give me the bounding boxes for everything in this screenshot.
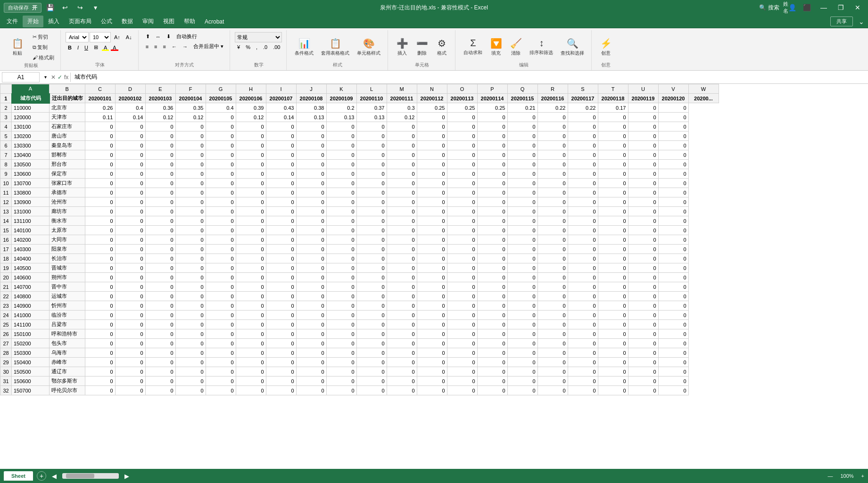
table-cell[interactable]: 0 — [447, 160, 477, 169]
table-cell[interactable]: 0 — [356, 197, 387, 207]
table-cell[interactable]: 0 — [115, 254, 145, 263]
table-cell[interactable]: 0 — [537, 301, 568, 311]
align-bottom-button[interactable]: ⬇ — [164, 33, 173, 41]
table-cell[interactable]: 0 — [326, 141, 356, 150]
table-cell[interactable]: 0 — [387, 188, 417, 197]
table-cell[interactable]: 0 — [447, 226, 477, 235]
table-cell[interactable]: 0 — [658, 273, 688, 282]
table-cell[interactable]: 0 — [447, 197, 477, 207]
zoom-in-button[interactable]: + — [861, 473, 864, 479]
table-cell[interactable]: 0 — [477, 358, 507, 367]
table-cell[interactable]: 0 — [326, 169, 356, 179]
table-cell[interactable]: 0 — [568, 282, 598, 292]
table-cell[interactable]: 0 — [628, 329, 658, 339]
table-cell[interactable]: 0.14 — [266, 113, 296, 122]
table-cell[interactable]: 0 — [568, 329, 598, 339]
table-cell[interactable]: 0 — [387, 226, 417, 235]
format-painter-button[interactable]: 🖌 格式刷 — [30, 53, 57, 62]
table-cell[interactable]: 0 — [145, 358, 175, 367]
font-size-select[interactable]: 10 — [90, 32, 111, 42]
table-cell[interactable]: 0 — [537, 254, 568, 263]
table-cell[interactable]: 0 — [507, 311, 537, 320]
table-cell[interactable]: 0 — [537, 160, 568, 169]
table-cell[interactable]: 0 — [507, 254, 537, 263]
table-cell[interactable]: 130300 — [12, 141, 50, 150]
table-cell[interactable]: 0 — [628, 179, 658, 188]
table-cell[interactable]: 0 — [115, 235, 145, 245]
table-cell[interactable]: 0 — [266, 263, 296, 273]
table-cell[interactable]: 141100 — [12, 320, 50, 329]
table-cell[interactable]: 0 — [236, 377, 266, 386]
table-cell[interactable]: 0 — [417, 131, 447, 141]
table-cell[interactable]: 0 — [537, 292, 568, 301]
table-cell[interactable]: 0 — [296, 367, 326, 377]
table-cell[interactable]: 0 — [387, 367, 417, 377]
table-cell[interactable]: 0 — [537, 273, 568, 282]
table-cell[interactable]: 0 — [537, 377, 568, 386]
table-cell[interactable]: 0 — [568, 263, 598, 273]
table-cell[interactable]: 0 — [326, 292, 356, 301]
table-cell[interactable]: 0 — [568, 348, 598, 358]
table-cell[interactable]: 0.4 — [206, 103, 236, 113]
table-cell[interactable]: 0 — [477, 169, 507, 179]
col-header-D[interactable]: D — [115, 84, 145, 94]
table-cell[interactable]: 0 — [387, 160, 417, 169]
table-cell[interactable]: 0 — [568, 235, 598, 245]
table-cell[interactable]: 0 — [356, 169, 387, 179]
table-cell[interactable]: 0 — [145, 348, 175, 358]
table-cell[interactable]: 邢台市 — [50, 160, 85, 169]
table-cell[interactable]: 0 — [145, 235, 175, 245]
table-cell[interactable]: 0 — [537, 245, 568, 254]
table-cell[interactable]: 0 — [145, 169, 175, 179]
table-cell[interactable]: 0 — [236, 339, 266, 348]
table-cell[interactable]: 0 — [296, 197, 326, 207]
table-cell[interactable]: 0 — [206, 226, 236, 235]
table-cell[interactable]: 140100 — [12, 226, 50, 235]
table-cell[interactable]: 0 — [417, 197, 447, 207]
table-cell[interactable]: 0 — [206, 282, 236, 292]
menu-home[interactable]: 开始 — [23, 16, 43, 27]
table-cell[interactable]: 0 — [296, 311, 326, 320]
wrap-text-button[interactable]: 自动换行 — [174, 32, 199, 41]
table-cell[interactable]: 石家庄市 — [50, 122, 85, 131]
table-cell[interactable]: 0 — [296, 263, 326, 273]
table-cell[interactable]: 0 — [598, 386, 628, 395]
table-cell[interactable]: 0 — [507, 226, 537, 235]
table-cell[interactable]: 0 — [477, 329, 507, 339]
table-cell[interactable]: 0 — [356, 226, 387, 235]
col-header-E[interactable]: E — [145, 84, 175, 94]
sheet-tab[interactable]: Sheet — [4, 471, 33, 481]
table-cell[interactable]: 临汾市 — [50, 311, 85, 320]
table-cell[interactable]: 0 — [266, 348, 296, 358]
table-cell[interactable]: 0 — [266, 235, 296, 245]
table-cell[interactable]: 0 — [658, 226, 688, 235]
table-cell[interactable]: 0 — [628, 197, 658, 207]
table-cell[interactable]: 0 — [598, 150, 628, 160]
font-color-button[interactable]: A — [110, 44, 118, 51]
table-cell[interactable]: 0 — [266, 150, 296, 160]
table-cell[interactable]: 0 — [537, 226, 568, 235]
table-cell[interactable]: 0 — [387, 197, 417, 207]
table-cell[interactable]: 0 — [236, 358, 266, 367]
table-cell[interactable]: 0 — [356, 188, 387, 197]
table-cell[interactable]: 0 — [266, 301, 296, 311]
col-header-A[interactable]: A — [12, 84, 50, 94]
table-cell[interactable]: 0 — [356, 179, 387, 188]
table-cell[interactable]: 呼伦贝尔市 — [50, 386, 85, 395]
increase-decimal-button[interactable]: .0 — [261, 43, 270, 51]
table-cell[interactable]: 0 — [356, 216, 387, 226]
table-cell[interactable]: 0 — [387, 377, 417, 386]
table-cell[interactable]: 0 — [356, 292, 387, 301]
table-cell[interactable]: 0 — [447, 113, 477, 122]
table-cell[interactable]: 0 — [115, 160, 145, 169]
table-cell[interactable]: 0 — [145, 122, 175, 131]
merge-center-button[interactable]: 合并后居中 ▾ — [191, 42, 226, 51]
table-cell[interactable]: 0 — [175, 282, 206, 292]
table-cell[interactable]: 0 — [417, 141, 447, 150]
table-cell[interactable]: 120000 — [12, 113, 50, 122]
table-cell[interactable]: 0 — [568, 339, 598, 348]
table-cell[interactable]: 0 — [175, 292, 206, 301]
table-cell[interactable]: 0 — [175, 122, 206, 131]
table-cell[interactable]: 0 — [568, 197, 598, 207]
col-header-J[interactable]: J — [296, 84, 326, 94]
